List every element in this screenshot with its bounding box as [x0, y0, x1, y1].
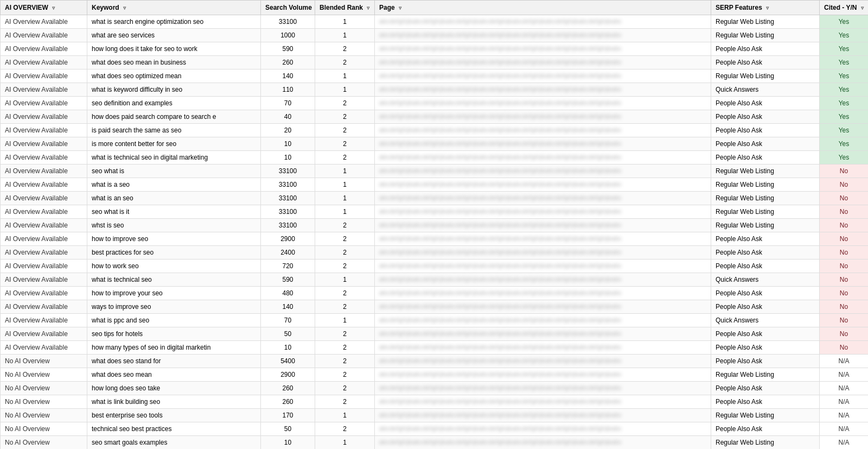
col-label-page: Page	[379, 4, 395, 11]
cell-cited: No	[820, 232, 869, 246]
cell-blended-rank: 2	[315, 137, 375, 151]
cell-search-volume: 2900	[261, 368, 315, 382]
cell-cited: Yes	[820, 29, 869, 42]
cell-serp-features: Regular Web Listing	[711, 436, 820, 450]
col-header-cited[interactable]: Cited - Y/N ▿	[820, 1, 869, 15]
table-row: AI Overview Availablewhat is an seo33100…	[1, 192, 869, 205]
cell-search-volume: 590	[261, 42, 315, 56]
cell-ai-overview: AI Overview Available	[1, 15, 87, 29]
col-label-rank: Blended Rank	[320, 4, 363, 11]
col-header-search-volume[interactable]: Search Volume ▿	[261, 1, 315, 15]
cell-keyword: how long does it take for seo to work	[87, 42, 261, 56]
cell-cited: No	[820, 219, 869, 232]
cell-serp-features: People Also Ask	[711, 124, 820, 137]
cell-cited: No	[820, 178, 869, 192]
cell-page: abcdefghijkabcdefghijkabcdefghijkabcdefg…	[375, 368, 711, 382]
cell-serp-features: People Also Ask	[711, 287, 820, 300]
cell-keyword: seo smart goals examples	[87, 436, 261, 450]
cell-search-volume: 110	[261, 83, 315, 97]
cell-ai-overview: AI Overview Available	[1, 56, 87, 69]
cell-cited: N/A	[820, 436, 869, 450]
cell-cited: N/A	[820, 395, 869, 409]
sort-icon-ai[interactable]: ▿	[52, 5, 55, 11]
table-row: AI Overview Availableseo what is331001ab…	[1, 165, 869, 178]
cell-page: abcdefghijkabcdefghijkabcdefghijkabcdefg…	[375, 69, 711, 83]
cell-page: abcdefghijkabcdefghijkabcdefghijkabcdefg…	[375, 273, 711, 287]
sort-icon-cited[interactable]: ▿	[861, 5, 864, 11]
cell-blended-rank: 2	[315, 151, 375, 165]
cell-keyword: what is search engine optimization seo	[87, 15, 261, 29]
col-header-keyword[interactable]: Keyword ▿	[87, 1, 261, 15]
col-header-ai-overview[interactable]: AI OVERVIEW ▿	[1, 1, 87, 15]
cell-search-volume: 10	[261, 137, 315, 151]
cell-serp-features: Quick Answers	[711, 314, 820, 327]
cell-search-volume: 140	[261, 69, 315, 83]
cell-blended-rank: 2	[315, 246, 375, 260]
col-label-ai: AI OVERVIEW	[5, 4, 48, 11]
table-row: No AI Overviewbest enterprise seo tools1…	[1, 409, 869, 422]
cell-cited: N/A	[820, 355, 869, 368]
cell-ai-overview: AI Overview Available	[1, 219, 87, 232]
cell-ai-overview: AI Overview Available	[1, 205, 87, 219]
table-row: No AI Overviewtechnical seo best practic…	[1, 422, 869, 436]
table-row: AI Overview Availablewhat is technical s…	[1, 151, 869, 165]
table-row: AI Overview Availablehow does paid searc…	[1, 110, 869, 124]
table-row: AI Overview Availablebest practices for …	[1, 246, 869, 260]
table-row: AI Overview Availablewhat does seo mean …	[1, 56, 869, 69]
cell-page: abcdefghijkabcdefghijkabcdefghijkabcdefg…	[375, 300, 711, 314]
cell-page: abcdefghijkabcdefghijkabcdefghijkabcdefg…	[375, 178, 711, 192]
table-row: AI Overview Availableis more content bet…	[1, 137, 869, 151]
cell-serp-features: Regular Web Listing	[711, 178, 820, 192]
cell-page: abcdefghijkabcdefghijkabcdefghijkabcdefg…	[375, 110, 711, 124]
col-header-page[interactable]: Page ▿	[375, 1, 711, 15]
cell-keyword: what is a seo	[87, 178, 261, 192]
cell-search-volume: 40	[261, 110, 315, 124]
cell-keyword: what is link building seo	[87, 395, 261, 409]
cell-blended-rank: 2	[315, 368, 375, 382]
table-row: AI Overview Availablehow to improve your…	[1, 287, 869, 300]
cell-keyword: best enterprise seo tools	[87, 409, 261, 422]
table-row: No AI Overviewhow long does seo take2602…	[1, 382, 869, 395]
cell-serp-features: People Also Ask	[711, 42, 820, 56]
cell-serp-features: Regular Web Listing	[711, 409, 820, 422]
cell-serp-features: People Also Ask	[711, 382, 820, 395]
cell-ai-overview: AI Overview Available	[1, 327, 87, 341]
col-header-serp-features[interactable]: SERP Features ▿	[711, 1, 820, 15]
table-row: No AI Overviewwhat does seo mean29002abc…	[1, 368, 869, 382]
cell-blended-rank: 2	[315, 287, 375, 300]
cell-search-volume: 33100	[261, 15, 315, 29]
sort-icon-page[interactable]: ▿	[399, 5, 401, 11]
cell-page: abcdefghijkabcdefghijkabcdefghijkabcdefg…	[375, 137, 711, 151]
cell-ai-overview: AI Overview Available	[1, 165, 87, 178]
cell-cited: Yes	[820, 56, 869, 69]
cell-page: abcdefghijkabcdefghijkabcdefghijkabcdefg…	[375, 97, 711, 110]
col-label-serp: SERP Features	[716, 4, 762, 11]
cell-search-volume: 5400	[261, 355, 315, 368]
cell-cited: N/A	[820, 409, 869, 422]
cell-keyword: what does seo mean	[87, 368, 261, 382]
cell-ai-overview: AI Overview Available	[1, 42, 87, 56]
cell-page: abcdefghijkabcdefghijkabcdefghijkabcdefg…	[375, 355, 711, 368]
cell-page: abcdefghijkabcdefghijkabcdefghijkabcdefg…	[375, 124, 711, 137]
sort-icon-rank[interactable]: ▿	[367, 5, 369, 11]
cell-ai-overview: AI Overview Available	[1, 29, 87, 42]
cell-ai-overview: AI Overview Available	[1, 178, 87, 192]
cell-keyword: seo what is	[87, 165, 261, 178]
cell-blended-rank: 1	[315, 273, 375, 287]
cell-search-volume: 33100	[261, 219, 315, 232]
sort-icon-serp[interactable]: ▿	[766, 5, 769, 11]
cell-cited: No	[820, 205, 869, 219]
cell-serp-features: People Also Ask	[711, 422, 820, 436]
cell-search-volume: 50	[261, 422, 315, 436]
col-label-cited: Cited - Y/N	[824, 4, 857, 11]
cell-keyword: what is keyword difficulty in seo	[87, 83, 261, 97]
sort-icon-keyword[interactable]: ▿	[123, 5, 126, 11]
col-label-keyword: Keyword	[92, 4, 119, 11]
cell-ai-overview: No AI Overview	[1, 368, 87, 382]
cell-ai-overview: No AI Overview	[1, 355, 87, 368]
cell-search-volume: 70	[261, 97, 315, 110]
col-header-blended-rank[interactable]: Blended Rank ▿	[315, 1, 375, 15]
cell-blended-rank: 2	[315, 97, 375, 110]
table-row: AI Overview Availablewhat is search engi…	[1, 15, 869, 29]
cell-cited: No	[820, 287, 869, 300]
